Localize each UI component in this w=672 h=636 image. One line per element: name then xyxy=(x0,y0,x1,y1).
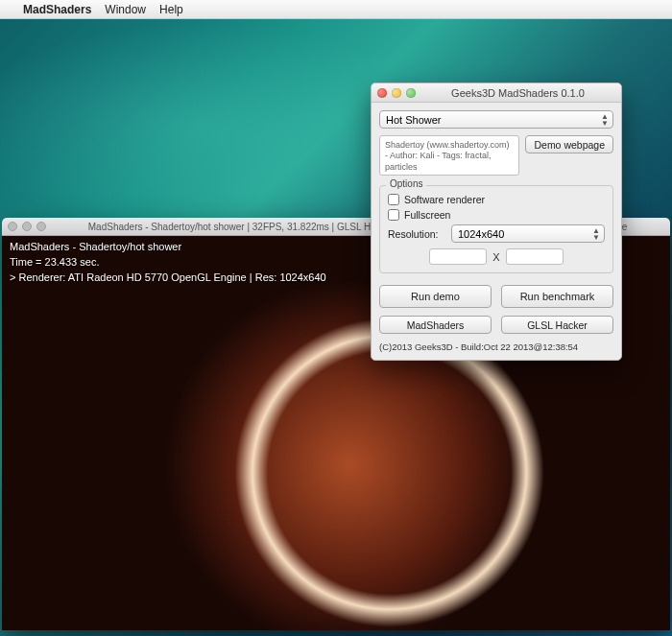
close-icon[interactable] xyxy=(8,222,17,231)
resolution-select-value: 1024x640 xyxy=(458,228,504,240)
zoom-icon[interactable] xyxy=(406,88,416,98)
settings-window-title: Geeks3D MadShaders 0.1.0 xyxy=(420,87,615,99)
software-renderer-input[interactable] xyxy=(388,194,399,205)
glsl-hacker-button[interactable]: GLSL Hacker xyxy=(501,316,613,334)
menubar-item-help[interactable]: Help xyxy=(159,3,183,16)
height-input[interactable] xyxy=(506,248,564,265)
overlay-line-renderer: > Renderer: ATI Radeon HD 5770 OpenGL En… xyxy=(10,271,326,286)
chevron-updown-icon: ▲▼ xyxy=(592,227,600,241)
width-input[interactable] xyxy=(429,248,487,265)
run-demo-button[interactable]: Run demo xyxy=(379,285,492,308)
resolution-select[interactable]: 1024x640 ▲▼ xyxy=(451,224,605,243)
menubar-app-name[interactable]: MadShaders xyxy=(23,3,91,16)
options-group: Options Software renderer Fullscreen Res… xyxy=(379,185,613,273)
minimize-icon[interactable] xyxy=(392,88,401,98)
demo-select[interactable]: Hot Shower ▲▼ xyxy=(379,110,613,129)
demo-info-text: Shadertoy (www.shadertoy.com) - Author: … xyxy=(379,135,519,176)
zoom-icon[interactable] xyxy=(36,222,46,231)
software-renderer-label: Software renderer xyxy=(404,194,485,205)
menubar-item-window[interactable]: Window xyxy=(105,3,146,16)
settings-window-titlebar[interactable]: Geeks3D MadShaders 0.1.0 xyxy=(372,83,621,103)
overlay-line-title: MadShaders - Shadertoy/hot shower xyxy=(10,240,326,255)
settings-window: Geeks3D MadShaders 0.1.0 Hot Shower ▲▼ S… xyxy=(371,82,622,361)
demo-select-value: Hot Shower xyxy=(386,114,441,126)
fullscreen-label: Fullscreen xyxy=(404,209,450,221)
demo-webpage-button[interactable]: Demo webpage xyxy=(525,135,613,153)
dimension-separator: X xyxy=(492,251,499,263)
run-benchmark-button[interactable]: Run benchmark xyxy=(501,285,613,308)
close-icon[interactable] xyxy=(377,88,387,98)
copyright-text: (C)2013 Geeks3D - Build:Oct 22 2013@12:3… xyxy=(379,342,613,352)
resolution-label: Resolution: xyxy=(388,228,445,240)
fullscreen-input[interactable] xyxy=(388,209,399,221)
overlay-line-time: Time = 23.433 sec. xyxy=(10,255,326,271)
madshaders-button[interactable]: MadShaders xyxy=(379,316,492,334)
fullscreen-checkbox[interactable]: Fullscreen xyxy=(388,209,605,221)
minimize-icon[interactable] xyxy=(22,222,32,231)
options-group-label: Options xyxy=(386,178,426,189)
render-overlay: MadShaders - Shadertoy/hot shower Time =… xyxy=(10,240,326,286)
chevron-updown-icon: ▲▼ xyxy=(601,113,609,127)
menubar: MadShaders Window Help xyxy=(0,0,672,19)
software-renderer-checkbox[interactable]: Software renderer xyxy=(388,194,605,205)
